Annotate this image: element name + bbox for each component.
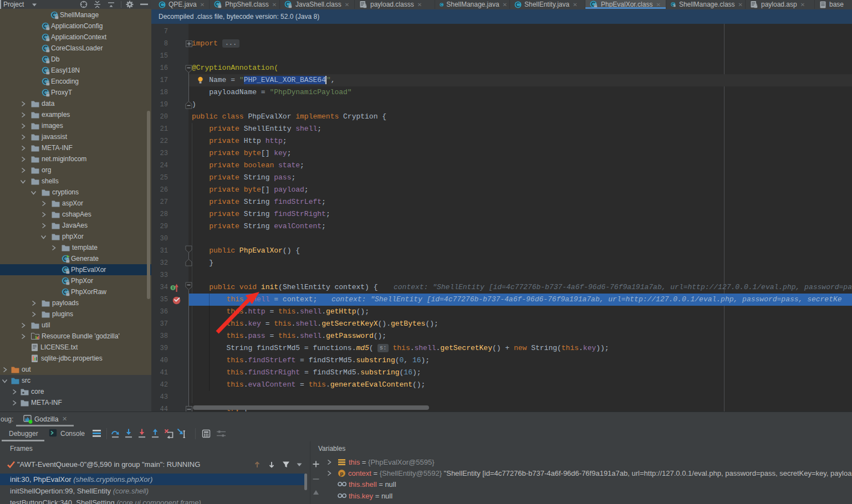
svg-text:p: p [340, 470, 344, 476]
